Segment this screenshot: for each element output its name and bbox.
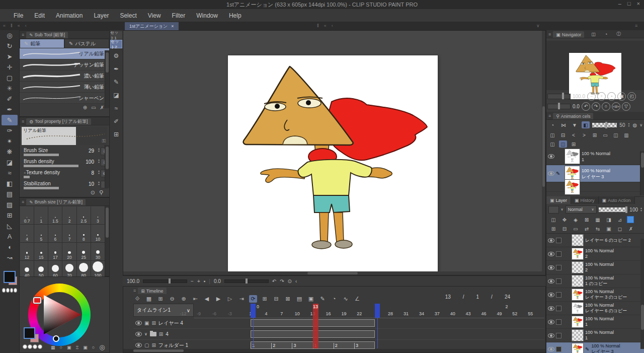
collapse-icon[interactable]: « bbox=[18, 23, 20, 28]
zoom-value[interactable]: 100.0 bbox=[127, 278, 139, 284]
new-cel-icon[interactable]: ◫ bbox=[548, 131, 556, 138]
panel-menu-icon[interactable]: ≡ bbox=[548, 113, 551, 118]
toolbox-tool[interactable]: ✳ bbox=[2, 83, 18, 94]
blend-blob-icon[interactable]: ◍ bbox=[632, 122, 637, 128]
subview-tab-icon[interactable]: ◫ bbox=[591, 32, 596, 37]
transfer-down-icon[interactable]: ⇄ bbox=[583, 225, 591, 232]
wheel-foreground-swatch[interactable] bbox=[24, 327, 35, 339]
color-history-dot[interactable] bbox=[2, 288, 6, 293]
cel-row[interactable] bbox=[546, 182, 644, 192]
brush-size-cell[interactable]: 50 bbox=[34, 261, 48, 278]
color-history-dot[interactable] bbox=[6, 288, 10, 293]
toolbox-tool[interactable]: ↝ bbox=[2, 252, 18, 263]
rotate-right-button[interactable]: ↷ bbox=[592, 102, 600, 111]
ruler-layer-icon[interactable]: ⊿ bbox=[616, 216, 624, 223]
timeline-toolbar-icon[interactable]: ⊖ bbox=[168, 295, 176, 303]
toolbox-tool[interactable]: ◖ bbox=[2, 242, 18, 252]
palette-icon[interactable]: ▦ bbox=[51, 345, 55, 350]
layer-row[interactable]: ∨ ✎ 100 % Normal 2 bbox=[546, 247, 644, 261]
playback-range-marker[interactable] bbox=[251, 304, 256, 318]
lock-layer-icon[interactable]: ⊠ bbox=[583, 216, 591, 223]
color-history-dot[interactable] bbox=[23, 344, 27, 349]
toolbox-tool[interactable]: ✴ bbox=[2, 136, 18, 147]
circle-icon[interactable]: ○ bbox=[92, 345, 95, 350]
visibility-eye-icon[interactable] bbox=[548, 320, 554, 324]
chevron-left-icon[interactable]: ‹ bbox=[332, 23, 333, 28]
canvas[interactable] bbox=[228, 55, 438, 271]
timeline-toolbar-icon[interactable]: ▤ bbox=[295, 295, 303, 303]
timeline-toolbar-icon[interactable]: ⊟ bbox=[272, 295, 280, 303]
subtool-group-tab[interactable]: ✎パステル bbox=[64, 39, 109, 48]
toolbox-tool[interactable]: ↻ bbox=[2, 41, 18, 51]
fit-screen-button[interactable]: ▪ bbox=[607, 92, 616, 101]
cel-number[interactable]: 3 bbox=[354, 343, 358, 349]
brush-size-cell[interactable]: 2.5 bbox=[77, 206, 91, 224]
tool-property-row[interactable]: Brush density 100 ▲▼ ⇩ bbox=[20, 158, 109, 169]
brush-size-cell[interactable]: 15 bbox=[34, 243, 48, 260]
layer-checkbox[interactable] bbox=[556, 292, 561, 298]
create-mask-icon[interactable]: ▣ bbox=[605, 225, 613, 232]
panel-menu-icon[interactable]: ≡ bbox=[22, 32, 24, 37]
cel-add-icon[interactable]: ⊞ bbox=[570, 140, 578, 148]
hue-marker[interactable] bbox=[33, 297, 41, 304]
property-value[interactable]: 29 bbox=[89, 148, 94, 154]
timeline-toolbar-icon[interactable]: ◔ bbox=[330, 295, 338, 303]
rotate-left-button[interactable]: ↶ bbox=[582, 102, 590, 111]
visibility-eye-icon[interactable] bbox=[548, 238, 554, 243]
menu-item[interactable]: Select bbox=[114, 11, 142, 21]
brush-size-cell[interactable]: 20 bbox=[62, 243, 76, 260]
zoom-in-icon[interactable]: + bbox=[197, 278, 200, 284]
brush-size-cell[interactable]: 80 bbox=[77, 261, 91, 278]
swatch-icon[interactable]: ▣ bbox=[67, 345, 71, 350]
info-tab-icon[interactable]: ⓘ bbox=[616, 31, 621, 37]
mask-icon[interactable]: ◨ bbox=[605, 216, 613, 223]
layer-row[interactable]: ∨ ✎ 100 % Normal 1 のコピー bbox=[546, 274, 644, 288]
reset-view-button[interactable]: ▽ bbox=[622, 102, 630, 111]
visibility-eye-icon[interactable] bbox=[548, 265, 554, 270]
lock-icon[interactable]: ⚿ bbox=[102, 138, 106, 144]
fit-window-button[interactable]: ◰ bbox=[627, 92, 636, 101]
menu-item[interactable]: Filter bbox=[167, 11, 191, 21]
property-value[interactable]: 8 bbox=[91, 170, 94, 176]
toolbox-tool[interactable]: ◧ bbox=[2, 178, 18, 189]
nav-zoom-slider[interactable] bbox=[547, 94, 571, 99]
canvas-horizontal-scrollbar[interactable] bbox=[123, 271, 542, 275]
quick-tool[interactable]: ⊞ bbox=[110, 128, 123, 141]
timeline-toolbar-icon[interactable]: ⇥ bbox=[237, 295, 246, 303]
copy-cel-icon[interactable]: ◫ bbox=[612, 131, 620, 138]
next-cel-icon[interactable]: > bbox=[580, 131, 588, 138]
onion-opacity-slider[interactable] bbox=[592, 123, 617, 127]
nav-rotate-slider[interactable] bbox=[547, 104, 571, 109]
quick-set-tab[interactable]: セット1 bbox=[110, 31, 122, 39]
layer-opacity-slider[interactable] bbox=[599, 207, 628, 212]
subtool-item[interactable]: シャーペン bbox=[20, 93, 109, 104]
layer-checkbox[interactable] bbox=[556, 333, 561, 338]
actual-size-button[interactable]: ▣ bbox=[617, 92, 626, 101]
layer-panel-tab[interactable]: ▣Auto Action bbox=[599, 196, 635, 204]
move-mask-icon[interactable]: ✥ bbox=[560, 216, 569, 223]
color-history-dot[interactable] bbox=[14, 288, 17, 293]
rotate-right-icon[interactable]: ↷ bbox=[280, 278, 284, 284]
chevron-down-icon[interactable]: ∨ bbox=[561, 207, 564, 211]
flip-cels-icon[interactable]: ⋈ bbox=[559, 121, 568, 128]
toolbox-tool[interactable]: ➤ bbox=[2, 51, 18, 62]
timeline-toolbar-icon[interactable]: ∿ bbox=[342, 295, 350, 303]
spinner[interactable]: ▲▼ bbox=[627, 122, 630, 127]
playback-range-marker[interactable] bbox=[375, 304, 380, 318]
timeline-toolbar-icon[interactable]: ⊠ bbox=[284, 295, 292, 303]
timeline-toolbar-icon[interactable]: ▶ bbox=[214, 295, 222, 303]
playhead[interactable]: 13 bbox=[313, 304, 318, 348]
combine-icon[interactable]: ◫ bbox=[549, 216, 557, 223]
brush-size-scrollbar[interactable] bbox=[105, 206, 109, 276]
grid-icon[interactable]: ▣ bbox=[83, 345, 88, 350]
brush-size-cell[interactable]: 10 bbox=[91, 225, 105, 242]
menu-item[interactable]: File bbox=[8, 11, 29, 21]
chevron-down-icon[interactable]: ∨ bbox=[639, 123, 642, 127]
menu-item[interactable]: View bbox=[142, 11, 167, 21]
rotate-left-icon[interactable]: ↶ bbox=[272, 278, 276, 284]
brush-size-cell[interactable]: 100 bbox=[91, 261, 105, 278]
quick-tool[interactable]: ✎ bbox=[110, 76, 123, 89]
paste-cel-icon[interactable]: ▥ bbox=[622, 131, 630, 138]
new-vector-layer-icon[interactable]: ⊟ bbox=[560, 225, 569, 232]
toolbox-tool[interactable]: ✛ bbox=[2, 62, 18, 73]
